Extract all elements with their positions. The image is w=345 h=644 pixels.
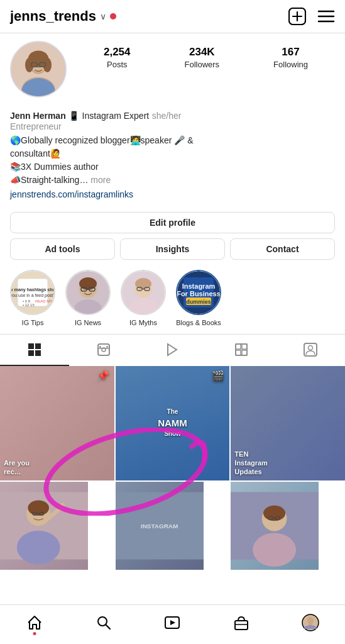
bio-website-link[interactable]: jennstrends.com/instagramlinks: [10, 189, 335, 199]
svg-point-50: [99, 346, 101, 348]
svg-point-12: [43, 58, 52, 72]
post-cell-2[interactable]: TheNAMMShow 🎬: [116, 366, 230, 480]
highlight-image-ig-tips: How many hashtags should you use in a fe…: [11, 271, 54, 314]
stats-area: 2,254 Posts 234K Followers 167 Following: [77, 41, 335, 69]
highlight-circle-ig-tips: How many hashtags should you use in a fe…: [10, 270, 55, 315]
grid-icon: [27, 342, 42, 357]
svg-rect-44: [28, 343, 34, 349]
home-active-dot: [33, 632, 36, 635]
svg-text:For Business: For Business: [177, 290, 220, 297]
tagged-icon: [234, 342, 249, 357]
chevron-down-icon: ∨: [100, 11, 106, 21]
svg-point-11: [25, 58, 33, 72]
post-cell-6[interactable]: [231, 482, 319, 570]
following-label: Following: [273, 60, 308, 69]
tab-tagged[interactable]: [207, 335, 276, 366]
username: jenns_trends: [10, 8, 96, 25]
highlight-ig-tips[interactable]: How many hashtags should you use in a fe…: [10, 270, 55, 326]
live-indicator-dot: [110, 13, 116, 19]
profile-section: 2,254 Posts 234K Followers 167 Following: [0, 33, 345, 110]
pin-icon-1: 📌: [97, 370, 109, 382]
nav-home[interactable]: [19, 611, 50, 634]
add-post-button[interactable]: [288, 8, 306, 25]
tab-play[interactable]: [138, 335, 207, 366]
highlight-blogs-books[interactable]: Instagram For Business dummies Blogs & B…: [176, 270, 221, 326]
bio-section: Jenn Herman 📱 Instagram Expert she/her E…: [0, 110, 345, 207]
profile-header: 2,254 Posts 234K Followers 167 Following: [10, 41, 335, 97]
highlight-image-ig-news: [67, 271, 109, 314]
highlights-section: How many hashtags should you use in a fe…: [0, 265, 345, 334]
svg-point-67: [17, 530, 60, 564]
tab-reels[interactable]: [69, 335, 138, 366]
avatar[interactable]: [10, 41, 67, 97]
svg-text:Instagram: Instagram: [182, 282, 216, 290]
add-icon: [288, 8, 306, 25]
tab-grid[interactable]: [0, 335, 69, 366]
svg-point-60: [309, 346, 313, 350]
tab-person[interactable]: [276, 335, 345, 366]
post-cell-1[interactable]: Are yourec… 📌: [0, 366, 114, 480]
following-count: 167: [282, 46, 299, 58]
bio-line1: 🌎Globally recognized blogger🧑‍💻speaker 🎤…: [10, 134, 335, 147]
bio-name: Jenn Herman: [10, 111, 66, 121]
svg-rect-84: [235, 621, 248, 630]
svg-line-81: [106, 625, 110, 629]
insights-button[interactable]: Insights: [120, 238, 225, 260]
svg-marker-53: [168, 344, 177, 355]
menu-button[interactable]: [317, 9, 335, 23]
bottom-nav: [0, 604, 345, 644]
svg-point-69: [60, 503, 65, 508]
action-buttons: Edit profile Ad tools Insights Contact: [0, 207, 345, 265]
secondary-buttons-row: Ad tools Insights Contact: [10, 238, 335, 260]
post-cell-5[interactable]: INSTAGRAM: [116, 482, 204, 570]
svg-text:READ MY FULL POST: READ MY FULL POST: [35, 299, 54, 303]
nav-search[interactable]: [89, 611, 119, 634]
nav-shop[interactable]: [226, 611, 256, 634]
following-stat[interactable]: 167 Following: [273, 46, 308, 69]
bio-title: Instagram Expert: [82, 111, 150, 121]
avatar-image: [11, 41, 65, 97]
svg-marker-83: [170, 620, 175, 625]
post-image-4: [0, 482, 88, 570]
bio-phone-emoji: 📱: [68, 111, 79, 121]
highlight-label-ig-myths: IG Myths: [129, 319, 157, 326]
bio-line2: consultant🙋: [10, 147, 335, 160]
followers-stat[interactable]: 234K Followers: [185, 46, 220, 69]
contact-button[interactable]: Contact: [230, 238, 335, 260]
posts-stat[interactable]: 2,254 Posts: [104, 46, 131, 69]
highlight-circle-blogs-books: Instagram For Business dummies: [176, 270, 221, 315]
highlight-ig-myths[interactable]: IG Myths: [121, 270, 166, 326]
highlight-label-blogs-books: Blogs & Books: [176, 319, 221, 326]
nav-reels[interactable]: [157, 611, 187, 634]
play-icon: [165, 342, 180, 357]
svg-point-51: [106, 346, 108, 348]
highlight-image-ig-myths: [122, 271, 165, 314]
svg-rect-47: [35, 350, 41, 356]
bio-pronouns: she/her: [152, 111, 182, 121]
ad-tools-button[interactable]: Ad tools: [10, 238, 115, 260]
username-area[interactable]: jenns_trends ∨: [10, 8, 116, 25]
post-image-5: INSTAGRAM: [116, 482, 204, 570]
svg-point-78: [253, 533, 297, 567]
bio-subtitle: Entrepreneur: [10, 121, 335, 131]
highlight-ig-news[interactable]: IG News: [65, 270, 111, 326]
svg-rect-54: [236, 344, 247, 355]
search-icon: [96, 614, 112, 631]
followers-count: 234K: [189, 46, 215, 58]
post-text-3: TENInstagramUpdates: [234, 450, 268, 477]
reels-nav-icon: [164, 614, 180, 631]
person-icon: [303, 342, 318, 357]
post-cell-3[interactable]: TENInstagramUpdates: [231, 366, 345, 480]
nav-profile[interactable]: [295, 611, 326, 634]
bio-more-link[interactable]: more: [88, 175, 111, 185]
highlight-image-blogs-books: Instagram For Business dummies: [177, 271, 220, 314]
post-cell-4[interactable]: [0, 482, 88, 570]
edit-profile-button[interactable]: Edit profile: [10, 212, 335, 233]
highlight-label-ig-tips: IG Tips: [22, 319, 44, 326]
svg-text:dummies: dummies: [186, 299, 211, 305]
top-bar: jenns_trends ∨: [0, 0, 345, 33]
top-icons-area: [288, 8, 335, 25]
svg-text:• 12 15: • 12 15: [23, 303, 35, 307]
posts-label: Posts: [107, 60, 128, 69]
svg-text:INSTAGRAM: INSTAGRAM: [141, 522, 178, 529]
